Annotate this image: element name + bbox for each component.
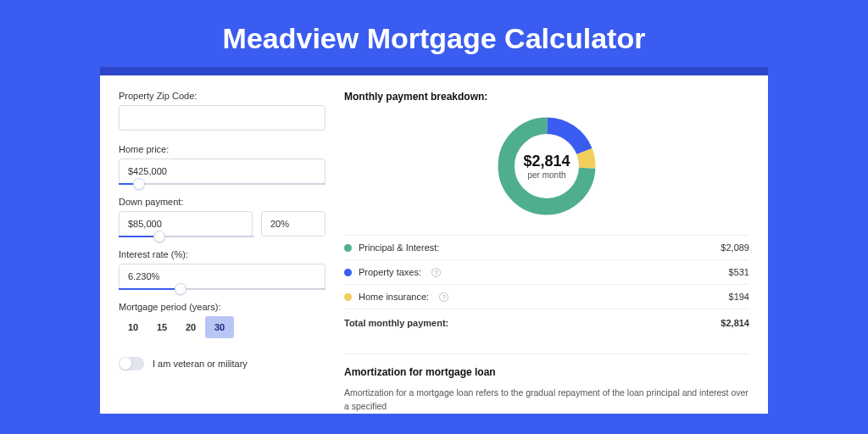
insurance-label: Home insurance: — [359, 292, 429, 302]
amortization-text: Amortization for a mortgage loan refers … — [344, 387, 749, 414]
total-value: $2,814 — [721, 318, 749, 328]
period-10[interactable]: 10 — [119, 316, 147, 338]
down-payment-label: Down payment: — [119, 197, 326, 207]
veteran-toggle[interactable] — [119, 357, 144, 370]
row-total: Total monthly payment: $2,814 — [344, 309, 749, 335]
interest-rate-label: Interest rate (%): — [119, 249, 326, 259]
zip-label: Property Zip Code: — [119, 91, 326, 101]
breakdown-title: Monthly payment breakdown: — [344, 91, 749, 103]
period-20[interactable]: 20 — [176, 316, 205, 338]
interest-rate-input[interactable] — [119, 264, 326, 289]
dot-principal-icon — [344, 244, 352, 252]
interest-rate-slider[interactable] — [119, 288, 326, 290]
period-30[interactable]: 30 — [205, 316, 234, 338]
row-insurance: Home insurance: ? $194 — [344, 284, 749, 309]
amortization-title: Amortization for mortgage loan — [344, 353, 749, 378]
row-taxes: Property taxes: ? $531 — [344, 259, 749, 284]
page-title: Meadview Mortgage Calculator — [0, 0, 868, 67]
donut-chart: $2,814 per month — [344, 113, 749, 220]
taxes-label: Property taxes: — [359, 267, 421, 277]
dot-insurance-icon — [344, 293, 352, 301]
veteran-label: I am veteran or military — [153, 359, 248, 369]
total-label: Total monthly payment: — [344, 318, 448, 328]
insurance-value: $194 — [729, 292, 749, 302]
slider-thumb[interactable] — [133, 178, 145, 190]
donut-sub: per month — [523, 170, 570, 180]
down-payment-pct-input[interactable] — [261, 211, 326, 236]
principal-label: Principal & Interest: — [359, 242, 439, 253]
calculator-card: Property Zip Code: Home price: Down paym… — [100, 75, 768, 414]
taxes-value: $531 — [729, 267, 749, 277]
help-icon[interactable]: ? — [439, 292, 448, 302]
down-payment-slider[interactable] — [119, 236, 254, 237]
card-shadow: Property Zip Code: Home price: Down paym… — [100, 67, 768, 414]
donut-amount: $2,814 — [523, 153, 570, 170]
help-icon[interactable]: ? — [431, 268, 441, 277]
inputs-column: Property Zip Code: Home price: Down paym… — [119, 91, 326, 414]
row-principal: Principal & Interest: $2,089 — [344, 235, 749, 259]
zip-input[interactable] — [119, 105, 326, 131]
mortgage-period-label: Mortgage period (years): — [119, 302, 326, 312]
home-price-slider[interactable] — [119, 183, 326, 185]
dot-taxes-icon — [344, 269, 352, 276]
principal-value: $2,089 — [721, 242, 749, 253]
breakdown-column: Monthly payment breakdown: $2,814 per mo… — [326, 91, 749, 414]
mortgage-period-buttons: 10 15 20 30 — [119, 316, 326, 338]
home-price-label: Home price: — [119, 144, 326, 154]
slider-thumb[interactable] — [153, 231, 165, 242]
down-payment-amount-input[interactable] — [119, 211, 253, 236]
slider-thumb[interactable] — [175, 283, 186, 295]
home-price-input[interactable] — [119, 159, 326, 184]
period-15[interactable]: 15 — [147, 316, 176, 338]
